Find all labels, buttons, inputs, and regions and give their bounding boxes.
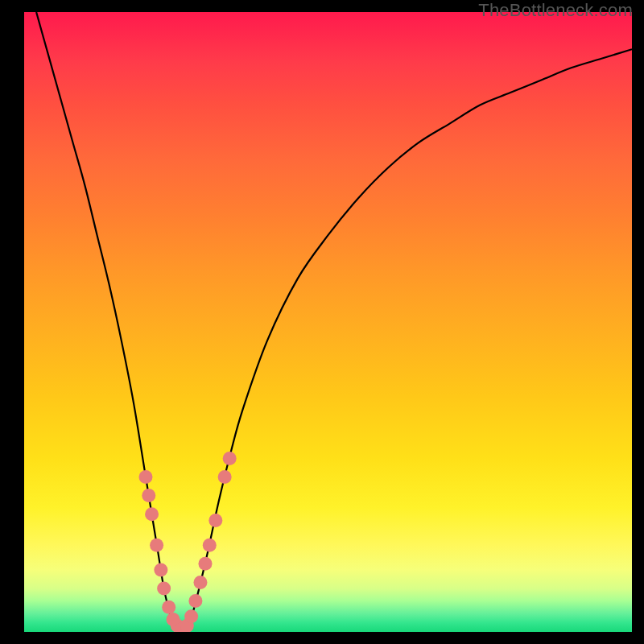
data-marker: [139, 470, 153, 484]
data-marker: [184, 609, 198, 623]
data-markers: [139, 452, 237, 632]
data-marker: [157, 582, 171, 596]
data-marker: [203, 539, 217, 552]
bottleneck-curve: [36, 12, 632, 632]
data-marker: [162, 601, 175, 614]
data-marker: [223, 452, 237, 465]
data-marker: [142, 489, 155, 502]
data-marker: [188, 594, 202, 608]
data-marker: [208, 514, 222, 527]
data-marker: [198, 557, 212, 571]
data-marker: [218, 470, 232, 484]
data-marker: [193, 576, 207, 589]
watermark-text: TheBottleneck.com: [478, 0, 633, 21]
data-marker: [150, 539, 163, 552]
data-marker: [145, 507, 159, 521]
data-marker: [154, 564, 167, 577]
bottleneck-chart: [24, 12, 632, 632]
